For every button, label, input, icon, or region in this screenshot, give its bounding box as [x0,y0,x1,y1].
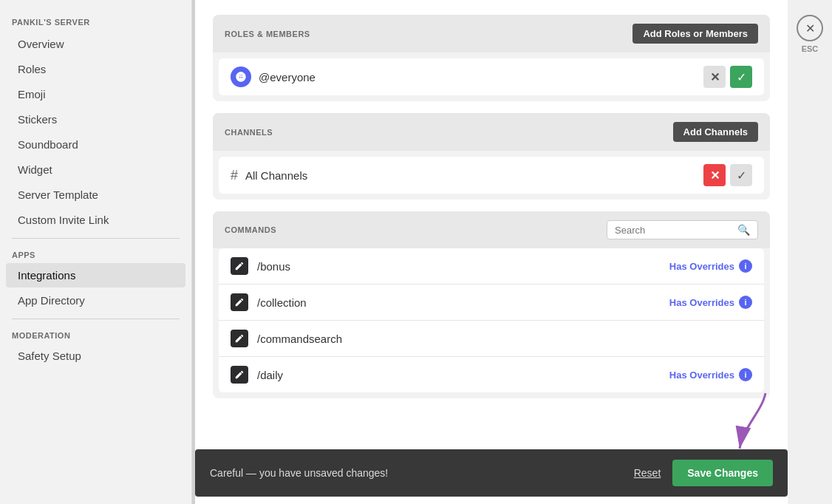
server-name: PANKIL'S SERVER [0,12,191,31]
info-icon-bonus[interactable]: i [739,259,752,273]
command-icon-daily [231,366,248,384]
sidebar-item-roles[interactable]: Roles [6,57,185,81]
sidebar-divider-2 [12,319,180,319]
roles-section: ROLES & MEMBERS Add Roles or Members @ev… [213,15,770,101]
close-area: ✕ ESC [788,0,832,504]
command-icon-commandsearch [231,330,248,347]
sidebar-item-server-template[interactable]: Server Template [6,183,185,207]
member-icon-everyone [231,67,251,87]
moderation-section-label: MODERATION [0,325,191,343]
reset-button[interactable]: Reset [634,467,661,479]
channel-remove-button[interactable]: ✕ [703,164,726,186]
warning-text: Careful — you have unsaved changes! [210,467,388,479]
search-icon: 🔍 [737,224,750,236]
command-name-collection: /collection [257,296,669,309]
member-name-everyone: @everyone [259,71,703,84]
commands-title: COMMANDS [225,225,276,234]
apps-section-label: APPS [0,245,191,262]
sidebar-item-overview[interactable]: Overview [6,32,185,56]
sidebar-item-integrations[interactable]: Integrations [6,263,185,287]
command-name-bonus: /bonus [257,260,669,273]
channel-hash-icon: # [231,168,238,183]
member-actions-everyone: ✕ ✓ [703,66,752,88]
channel-name-all: All Channels [245,169,703,182]
channel-row-all: # All Channels ✕ ✓ [219,157,764,194]
commands-section: COMMANDS 🔍 /bonus Has Overrides i /colle… [213,211,770,398]
member-check-button[interactable]: ✓ [730,66,752,88]
sidebar-item-app-directory[interactable]: App Directory [6,288,185,313]
sidebar-item-custom-invite[interactable]: Custom Invite Link [6,208,185,232]
search-box: 🔍 [607,220,758,239]
overrides-badge-collection: Has Overrides i [669,296,752,309]
bottom-bar: Careful — you have unsaved changes! Rese… [195,449,788,497]
search-input[interactable] [615,225,733,236]
roles-title: ROLES & MEMBERS [225,30,310,38]
command-icon-bonus [231,257,248,275]
close-button[interactable]: ✕ [797,15,823,41]
overrides-badge-daily: Has Overrides i [669,368,752,381]
overrides-badge-bonus: Has Overrides i [669,259,752,273]
command-row-collection: /collection Has Overrides i [219,285,764,321]
main-content: ROLES & MEMBERS Add Roles or Members @ev… [195,0,788,504]
command-row-daily: /daily Has Overrides i [219,357,764,392]
save-changes-button[interactable]: Save Changes [672,460,773,486]
command-row-bonus: /bonus Has Overrides i [219,248,764,285]
channels-title: CHANNELS [225,128,273,137]
commands-header: COMMANDS 🔍 [213,211,770,248]
command-name-commandsearch: /commandsearch [257,333,752,345]
sidebar-item-soundboard[interactable]: Soundboard [6,132,185,157]
add-channels-button[interactable]: Add Channels [673,122,758,142]
info-icon-daily[interactable]: i [739,368,752,381]
command-name-daily: /daily [257,369,669,381]
member-row-everyone: @everyone ✕ ✓ [219,58,764,95]
sidebar: PANKIL'S SERVER Overview Roles Emoji Sti… [0,0,192,504]
command-icon-collection [231,293,248,311]
sidebar-item-widget[interactable]: Widget [6,157,185,182]
bottom-actions: Reset Save Changes [634,460,773,486]
sidebar-item-safety-setup[interactable]: Safety Setup [6,344,185,368]
overrides-label-daily: Has Overrides [669,370,734,381]
member-remove-button[interactable]: ✕ [703,66,726,88]
sidebar-item-stickers[interactable]: Stickers [6,107,185,132]
esc-label: ESC [802,44,819,53]
info-icon-collection[interactable]: i [739,296,752,309]
command-row-commandsearch: /commandsearch [219,321,764,357]
roles-header: ROLES & MEMBERS Add Roles or Members [213,15,770,52]
channels-section: CHANNELS Add Channels # All Channels ✕ ✓ [213,113,770,200]
add-roles-button[interactable]: Add Roles or Members [632,24,758,44]
channel-actions-all: ✕ ✓ [703,164,752,186]
overrides-label-collection: Has Overrides [669,297,734,308]
overrides-label-bonus: Has Overrides [669,261,734,272]
channels-header: CHANNELS Add Channels [213,113,770,151]
sidebar-item-emoji[interactable]: Emoji [6,82,185,106]
channel-check-button[interactable]: ✓ [730,164,752,186]
sidebar-divider-1 [12,238,180,239]
